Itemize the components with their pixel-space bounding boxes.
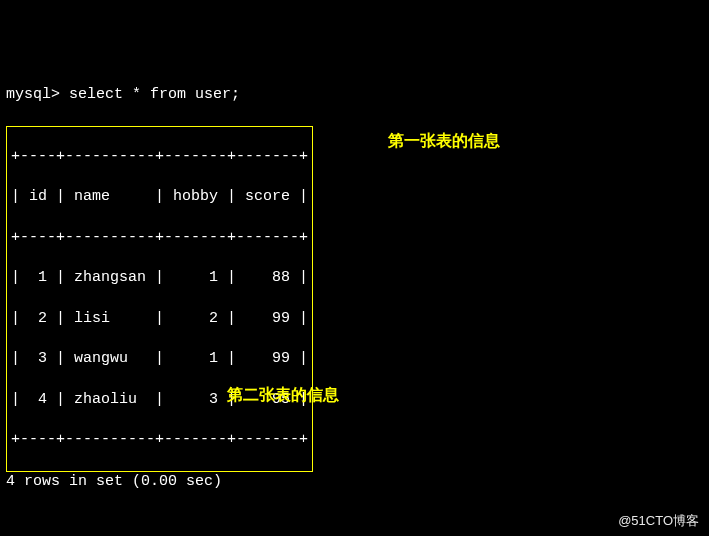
mysql-prompt-1: mysql> select * from user;: [6, 85, 703, 105]
table1-row: | 3 | wangwu | 1 | 99 |: [11, 349, 308, 369]
result1: 4 rows in set (0.00 sec): [6, 472, 703, 492]
annotation-2: 第二张表的信息: [227, 384, 339, 406]
watermark: @51CTO博客: [618, 512, 699, 530]
highlight-box-table1: +----+----------+-------+-------+ | id |…: [6, 126, 313, 472]
annotation-1: 第一张表的信息: [388, 130, 500, 152]
table1-border-bot: +----+----------+-------+-------+: [11, 430, 308, 450]
table1-border-top: +----+----------+-------+-------+: [11, 147, 308, 167]
table1-border-mid: +----+----------+-------+-------+: [11, 228, 308, 248]
blank-line: [6, 512, 703, 532]
table1-row: | 1 | zhangsan | 1 | 88 |: [11, 268, 308, 288]
table1-header: | id | name | hobby | score |: [11, 187, 308, 207]
table1-row: | 2 | lisi | 2 | 99 |: [11, 309, 308, 329]
